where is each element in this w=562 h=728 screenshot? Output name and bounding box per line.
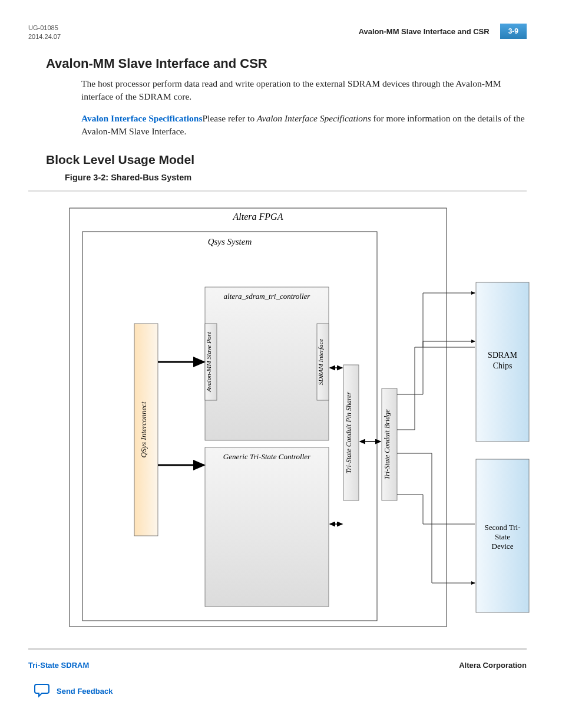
label-sdram-chips-2: Chips (493, 361, 513, 370)
avalon-spec-link[interactable]: Avalon Interface Specifications (81, 113, 203, 123)
figure-diagram: Altera FPGA Qsys System QSys Interconnec… (64, 206, 535, 630)
label-sdram-interface: SDRAM Interface (317, 338, 324, 385)
section-heading-block: Block Level Usage Model (46, 153, 527, 167)
label-slave-port: Avalon-MM Slave Port (205, 331, 212, 392)
label-interconnect: QSys Interconnect (139, 401, 148, 458)
divider-bottom (28, 648, 527, 650)
footer-left-link[interactable]: Tri-State SDRAM (28, 661, 89, 670)
divider (28, 190, 527, 192)
page-header: UG-01085 2014.24.07 Avalon-MM Slave Inte… (28, 24, 527, 42)
label-qsys-system: Qsys System (208, 237, 252, 246)
label-second-1: Second Tri- (484, 523, 520, 532)
para2-a: Please refer to (203, 113, 257, 123)
doc-id: UG-01085 (28, 24, 61, 32)
paragraph-link: Avalon Interface SpecificationsPlease re… (81, 112, 527, 139)
section-heading-avalon: Avalon-MM Slave Interface and CSR (46, 56, 527, 71)
comment-icon (34, 683, 51, 700)
feedback-row: Send Feedback (34, 683, 527, 700)
header-left: UG-01085 2014.24.07 (28, 24, 61, 42)
doc-date: 2014.24.07 (28, 32, 61, 41)
label-second-2: State (495, 532, 510, 541)
para2-italic: Avalon Interface Specifications (257, 113, 371, 123)
label-sdram-chips-1: SDRAM (488, 351, 517, 360)
paragraph-intro: The host processor perform data read and… (81, 77, 527, 104)
footer-corporation: Altera Corporation (459, 661, 527, 670)
svg-rect-3 (205, 287, 329, 440)
send-feedback-link[interactable]: Send Feedback (57, 687, 113, 696)
page-number-badge: 3-9 (500, 24, 527, 39)
label-pin-sharer: Tri-State Conduit Pin Sharer (345, 391, 353, 473)
label-altera-fpga: Altera FPGA (233, 212, 283, 222)
header-right: Avalon-MM Slave Interface and CSR 3-9 (359, 24, 527, 39)
figure-caption: Figure 3-2: Shared-Bus System (65, 173, 527, 182)
label-conduit-bridge: Tri-State Conduit Bridge (383, 409, 391, 479)
label-second-3: Device (492, 542, 514, 551)
header-title: Avalon-MM Slave Interface and CSR (359, 27, 490, 36)
footer: Tri-State SDRAM Altera Corporation (28, 661, 527, 670)
label-sdram-controller: altera_sdram_tri_controller (224, 292, 311, 301)
svg-rect-6 (205, 447, 329, 607)
label-generic-controller: Generic Tri-State Controller (223, 452, 311, 461)
